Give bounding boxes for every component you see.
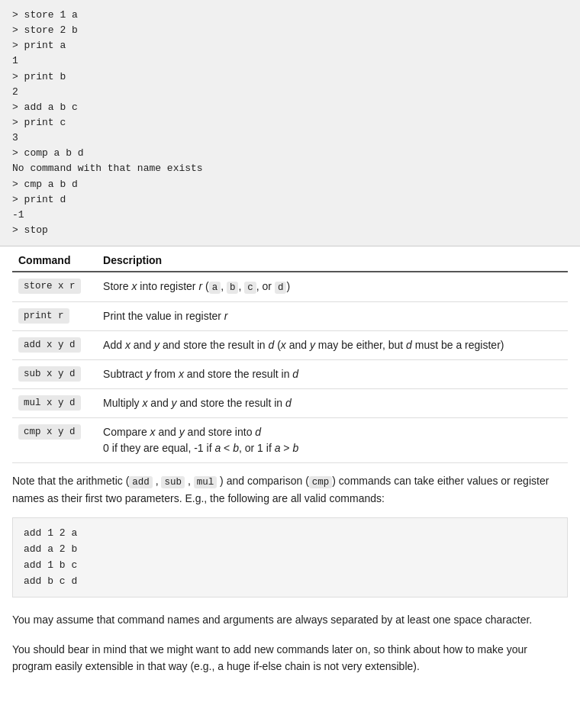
terminal-line: > store 1 a bbox=[12, 8, 568, 23]
command-code: add x y d bbox=[18, 337, 81, 353]
example-block: add 1 2 aadd a 2 badd 1 b cadd b c d bbox=[12, 517, 568, 598]
command-cell: add x y d bbox=[12, 330, 97, 359]
terminal-line: 2 bbox=[12, 85, 568, 100]
example-line: add b c d bbox=[24, 574, 556, 590]
terminal-line: > store 2 b bbox=[12, 23, 568, 38]
command-cell: store x r bbox=[12, 272, 97, 301]
command-cell: print r bbox=[12, 301, 97, 330]
terminal-line: 3 bbox=[12, 130, 568, 146]
footer-para-2: You should bear in mind that we might wa… bbox=[0, 636, 580, 683]
command-code: mul x y d bbox=[18, 395, 81, 411]
command-cell: mul x y d bbox=[12, 388, 97, 417]
terminal-line: > cmp a b d bbox=[12, 177, 568, 192]
description-cell: Multiply x and y and store the result in… bbox=[97, 388, 568, 417]
description-cell: Compare x and y and store into d0 if the… bbox=[97, 417, 568, 462]
command-code: store x r bbox=[18, 279, 81, 294]
command-code: print r bbox=[18, 308, 69, 324]
example-line: add 1 b c bbox=[24, 558, 556, 574]
command-code: sub x y d bbox=[18, 366, 81, 382]
table-row: mul x y dMultiply x and y and store the … bbox=[12, 388, 568, 417]
example-line: add a 2 b bbox=[24, 542, 556, 558]
note-code-sub: sub bbox=[161, 476, 185, 488]
terminal-line: > print d bbox=[12, 192, 568, 208]
table-row: add x y dAdd x and y and store the resul… bbox=[12, 330, 568, 359]
description-cell: Add x and y and store the result in d (x… bbox=[97, 330, 568, 359]
terminal-line: > stop bbox=[12, 223, 568, 238]
col-description-header: Description bbox=[97, 246, 568, 272]
table-row: print rPrint the value in register r bbox=[12, 301, 568, 330]
command-table: Command Description store x rStore x int… bbox=[12, 246, 568, 463]
terminal-line: > add a b c bbox=[12, 100, 568, 115]
note-code-cmp: cmp bbox=[309, 476, 333, 488]
table-row: store x rStore x into register r (a, b, … bbox=[12, 272, 568, 301]
command-cell: sub x y d bbox=[12, 359, 97, 388]
table-row: sub x y dSubtract y from x and store the… bbox=[12, 359, 568, 388]
note-code-add: add bbox=[129, 476, 153, 488]
command-cell: cmp x y d bbox=[12, 417, 97, 462]
description-cell: Subtract y from x and store the result i… bbox=[97, 359, 568, 388]
terminal-line: 1 bbox=[12, 53, 568, 69]
terminal-line: -1 bbox=[12, 208, 568, 223]
terminal-line: > comp a b d bbox=[12, 146, 568, 161]
terminal-line: > print c bbox=[12, 115, 568, 130]
terminal-block: > store 1 a> store 2 b> print a1> print … bbox=[0, 0, 580, 246]
terminal-line: No command with that name exists bbox=[12, 161, 568, 176]
col-command-header: Command bbox=[12, 246, 97, 272]
footer-para-1: You may assume that command names and ar… bbox=[0, 607, 580, 636]
table-row: cmp x y dCompare x and y and store into … bbox=[12, 417, 568, 462]
note-paragraph: Note that the arithmetic (add , sub , mu… bbox=[0, 463, 580, 513]
note-code-mul: mul bbox=[194, 476, 218, 488]
terminal-line: > print a bbox=[12, 38, 568, 53]
command-code: cmp x y d bbox=[18, 424, 81, 440]
terminal-line: > print b bbox=[12, 69, 568, 85]
description-cell: Print the value in register r bbox=[97, 301, 568, 330]
command-section: Command Description store x rStore x int… bbox=[0, 246, 580, 463]
example-line: add 1 2 a bbox=[24, 526, 556, 542]
description-cell: Store x into register r (a, b, c, or d) bbox=[97, 272, 568, 301]
